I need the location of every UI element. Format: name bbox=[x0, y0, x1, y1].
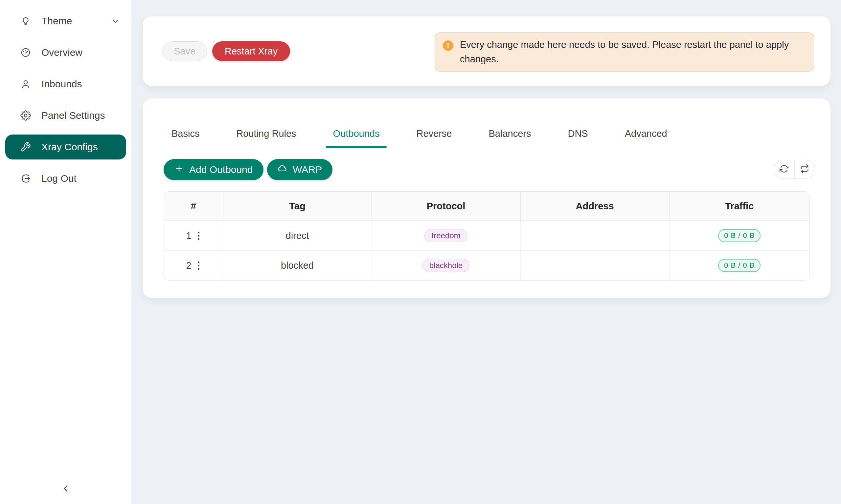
table-row: 1 direct freedom 0 B / 0 B bbox=[164, 221, 809, 251]
table-row: 2 blocked blackhole 0 B / 0 B bbox=[164, 251, 809, 281]
sidebar-item-label: Inbounds bbox=[41, 78, 82, 90]
col-header-address: Address bbox=[520, 192, 669, 221]
add-outbound-label: Add Outbound bbox=[189, 164, 253, 175]
cloud-icon bbox=[278, 164, 288, 176]
refresh-button[interactable] bbox=[774, 160, 794, 179]
sidebar-collapse-button[interactable] bbox=[0, 482, 132, 496]
protocol-badge: blackhole bbox=[423, 259, 469, 272]
gear-icon bbox=[20, 110, 31, 121]
tab-basics[interactable]: Basics bbox=[171, 98, 200, 147]
repeat-icon bbox=[800, 164, 809, 174]
row-tag: direct bbox=[223, 221, 372, 251]
sidebar-item-overview[interactable]: Overview bbox=[5, 40, 126, 65]
add-outbound-button[interactable]: Add Outbound bbox=[164, 159, 263, 180]
table-actions-group bbox=[774, 160, 815, 179]
tab-routing-rules[interactable]: Routing Rules bbox=[236, 98, 296, 147]
table-header-row: # Tag Protocol Address Traffic bbox=[164, 192, 809, 221]
sidebar-item-label: Overview bbox=[41, 47, 83, 58]
row-address bbox=[520, 251, 669, 281]
reorder-button[interactable] bbox=[794, 160, 815, 179]
logout-icon bbox=[20, 173, 31, 184]
sidebar-item-label: Xray Configs bbox=[41, 141, 98, 152]
warp-label: WARP bbox=[293, 164, 322, 175]
row-menu-button[interactable] bbox=[196, 259, 201, 272]
actions-card: Save Restart Xray ! Every change made he… bbox=[142, 16, 830, 86]
sidebar-item-panel-settings[interactable]: Panel Settings bbox=[5, 103, 126, 128]
sidebar: Theme Overview Inbounds Panel Settings bbox=[0, 0, 132, 504]
restart-xray-button[interactable]: Restart Xray bbox=[212, 41, 290, 61]
sidebar-item-log-out[interactable]: Log Out bbox=[5, 166, 126, 191]
row-index: 2 bbox=[186, 260, 191, 271]
wrench-icon bbox=[20, 142, 31, 152]
sidebar-item-label: Theme bbox=[41, 15, 72, 26]
col-header-protocol: Protocol bbox=[372, 192, 520, 221]
tab-outbounds[interactable]: Outbounds bbox=[333, 98, 380, 147]
gauge-icon bbox=[20, 47, 31, 58]
col-header-traffic: Traffic bbox=[669, 192, 809, 221]
protocol-badge: freedom bbox=[425, 229, 467, 242]
sidebar-item-inbounds[interactable]: Inbounds bbox=[5, 72, 126, 96]
save-button[interactable]: Save bbox=[162, 41, 207, 61]
chevron-left-icon bbox=[61, 483, 71, 495]
row-address bbox=[520, 221, 669, 251]
row-menu-button[interactable] bbox=[196, 230, 201, 242]
sidebar-item-label: Panel Settings bbox=[41, 110, 105, 121]
bulb-icon bbox=[20, 16, 31, 26]
traffic-badge: 0 B / 0 B bbox=[718, 259, 760, 272]
sidebar-item-label: Log Out bbox=[41, 173, 76, 184]
tab-balancers[interactable]: Balancers bbox=[488, 98, 531, 147]
outbounds-table: # Tag Protocol Address Traffic 1 bbox=[164, 191, 810, 281]
warp-button[interactable]: WARP bbox=[267, 159, 332, 180]
tab-advanced[interactable]: Advanced bbox=[625, 98, 667, 147]
col-header-tag: Tag bbox=[223, 192, 372, 221]
sidebar-item-xray-configs[interactable]: Xray Configs bbox=[5, 134, 126, 160]
plus-icon bbox=[174, 164, 184, 176]
main-content: Save Restart Xray ! Every change made he… bbox=[132, 0, 841, 504]
row-tag: blocked bbox=[223, 251, 372, 281]
xray-config-card: Basics Routing Rules Outbounds Reverse B… bbox=[142, 98, 830, 298]
warning-icon: ! bbox=[443, 40, 453, 51]
col-header-index: # bbox=[164, 192, 223, 221]
sidebar-item-theme[interactable]: Theme bbox=[5, 8, 126, 34]
traffic-badge: 0 B / 0 B bbox=[718, 229, 760, 242]
config-tabs: Basics Routing Rules Outbounds Reverse B… bbox=[164, 98, 819, 147]
row-index: 1 bbox=[186, 230, 191, 241]
alert-text: Every change made here needs to be saved… bbox=[460, 37, 804, 66]
tab-dns[interactable]: DNS bbox=[568, 98, 588, 147]
restart-warning-alert: ! Every change made here needs to be sav… bbox=[435, 33, 814, 72]
sync-icon bbox=[779, 164, 788, 174]
tab-reverse[interactable]: Reverse bbox=[416, 98, 452, 147]
chevron-down-icon bbox=[111, 17, 120, 25]
person-icon bbox=[20, 79, 31, 89]
sidebar-menu: Theme Overview Inbounds Panel Settings bbox=[0, 0, 132, 191]
